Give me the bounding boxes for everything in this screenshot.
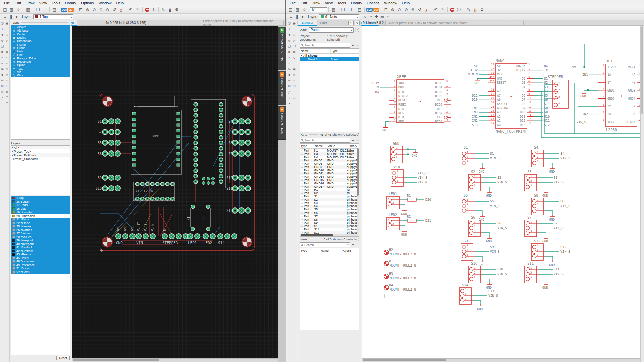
undo-icon[interactable]: ↶ — [128, 7, 134, 13]
tool-0-icon[interactable]: ⓘ — [287, 21, 292, 25]
type-item-line[interactable]: ╱Line — [11, 53, 70, 56]
subtab-browser[interactable]: Browser — [298, 20, 317, 26]
layer-stack-icon[interactable]: ≡ — [3, 14, 8, 19]
tool-8-icon[interactable]: ❏ — [0, 44, 5, 48]
tool-0-icon[interactable]: ⓘ — [0, 21, 5, 25]
tool-29-icon[interactable]: □ — [5, 101, 9, 105]
tool-22-icon[interactable]: ⊞ — [287, 84, 292, 88]
more-options-icon[interactable]: ⋯ — [356, 43, 359, 47]
tool-22-icon[interactable]: ⊞ — [0, 84, 5, 88]
tool-23-icon[interactable]: ⊟ — [292, 84, 297, 88]
layer-preset-item[interactable]: <Preset_Bottom> — [11, 153, 70, 157]
mount-hole[interactable] — [242, 237, 252, 247]
tool-29-icon[interactable]: ! — [292, 101, 297, 105]
menu-edit[interactable]: Edit — [298, 1, 309, 5]
schematic-hscrollbar[interactable] — [362, 358, 641, 362]
parts-vscrollbar[interactable] — [357, 148, 359, 234]
tool-18-icon[interactable]: ◆ — [0, 73, 5, 77]
type-item-via[interactable]: ◎Via — [11, 70, 70, 74]
part-row[interactable]: ▱PartS10pinhead — [300, 224, 359, 228]
zoom-in-icon[interactable]: ⊕ — [85, 7, 91, 13]
board[interactable]: GNDGNDGNDGNDVINVinSTVinSVinNSTEPPERBLED1… — [96, 94, 254, 252]
zoom-redraw-icon[interactable]: ⊚ — [410, 7, 416, 13]
more-options-icon[interactable]: ⋯ — [356, 138, 359, 142]
part-row[interactable]: ▱PartH3MOUNT-HOLE2.8holes — [300, 152, 359, 156]
xbee-module[interactable]: XBEE — [131, 96, 181, 175]
part-row[interactable]: ▱PartGND6GNDsupply1 — [300, 162, 359, 165]
layer-item-52[interactable]: 52 bDocu — [11, 270, 70, 274]
paste-board-icon[interactable]: ❐ — [42, 7, 48, 13]
tool-7-icon[interactable]: ⇄ — [292, 39, 297, 43]
grid-icon[interactable]: ⣿ — [472, 7, 478, 13]
part-row[interactable]: ▱PartS9pinhead — [300, 221, 359, 225]
sheet-row[interactable]: Sheet 1/1Sheet — [300, 57, 359, 61]
info-icon[interactable]: ⓘ — [456, 7, 462, 13]
type-item-polygon-edge[interactable]: ◆Polygon Edge — [11, 57, 70, 60]
tool-11-icon[interactable]: ⚙ — [5, 50, 9, 54]
tool-28-icon[interactable]: ○ — [0, 101, 5, 105]
tool-18-icon[interactable]: ◆ — [287, 73, 292, 77]
part-row[interactable]: ▱PartGND10GNDsupply1 — [300, 169, 359, 172]
part-row[interactable]: ▱PartGND7GNDsupply1 — [300, 165, 359, 169]
column-name[interactable]: Name — [320, 248, 341, 253]
layer-preset-item[interactable]: <Preset_Standard> — [11, 157, 70, 161]
column-value[interactable]: Value — [327, 144, 347, 148]
part-row[interactable]: ▱PartS6pinhead — [300, 211, 359, 215]
tool-20-icon[interactable]: ✂ — [0, 78, 5, 82]
junction-icon[interactable]: ✚ — [374, 14, 379, 19]
grid-icon[interactable]: ⣿ — [167, 7, 173, 13]
label-icon[interactable]: ▭ — [380, 14, 385, 19]
part-row[interactable]: ▱PartGND17GNDsupply1 — [300, 185, 359, 188]
part-row[interactable]: ▱PartGND16GNDsupply1 — [300, 182, 359, 185]
zoom-select-icon[interactable]: ⊙ — [98, 7, 104, 13]
zoom-fit-icon[interactable]: ⊡ — [78, 7, 84, 13]
menu-edit[interactable]: Edit — [12, 1, 23, 5]
side-tab-fusion-360[interactable]: FFUSION 360 — [278, 71, 286, 105]
part-row[interactable]: ▱PartS4pinhead — [300, 205, 359, 208]
type-item-text[interactable]: AText — [11, 67, 70, 70]
layer-selector[interactable]: 91 Nets▾ — [319, 14, 359, 19]
tool-7-icon[interactable]: ⇄ — [5, 39, 9, 43]
part-row[interactable]: ▱PartGND14GNDsupply1 — [300, 175, 359, 178]
tool-25-icon[interactable]: ⌒ — [292, 90, 297, 94]
part-row[interactable]: ▱PartS7pinhead — [300, 215, 359, 218]
tool-4-icon[interactable]: ✚ — [0, 33, 5, 37]
type-item-airwire[interactable]: ⌁Airwire — [11, 25, 70, 29]
stop-icon[interactable] — [450, 8, 454, 12]
list-options-icon[interactable]: ≡ — [352, 138, 354, 142]
pointer-select-icon[interactable]: ↖ — [348, 21, 354, 25]
tool-8-icon[interactable]: ❏ — [287, 44, 292, 48]
design-pencil-icon[interactable]: ✎ — [160, 7, 166, 13]
grid-settings-icon[interactable]: ⣿ — [294, 14, 299, 19]
part-row[interactable]: ▱PartS1pinhead — [300, 195, 359, 198]
board-canvas[interactable]: GNDGNDGNDGNDVINVinSTVinSVinNSTEPPERBLED1… — [72, 26, 278, 362]
layer-item-28[interactable]: 28 bValues — [11, 235, 70, 239]
stop-icon[interactable] — [145, 8, 149, 12]
column-parent[interactable]: Parent — [341, 248, 359, 253]
open-icon[interactable]: ◱ — [2, 7, 8, 13]
part-row[interactable]: ▱PartR1rcl — [300, 188, 359, 192]
type-item-device[interactable]: ▣Device — [11, 36, 70, 39]
layer-item-27[interactable]: 27 tValues — [11, 232, 70, 235]
bus-icon[interactable]: ≈ — [368, 14, 373, 19]
layer-selector[interactable]: 1 Top▾ — [33, 14, 73, 19]
tool-17-icon[interactable]: ◉ — [292, 67, 297, 71]
tool-6-icon[interactable]: ↺ — [287, 39, 292, 43]
open-icon[interactable]: ◱ — [288, 7, 294, 13]
layer-item-49[interactable]: 49 Reference — [11, 263, 70, 267]
layer-item-17[interactable]: 17 Pads — [11, 203, 70, 207]
type-item-frame[interactable]: ▭Frame — [11, 43, 70, 46]
close-x-icon[interactable]: χ — [118, 7, 124, 13]
tool-15-icon[interactable]: ≈ — [5, 61, 9, 65]
close-x-icon[interactable]: χ — [423, 7, 429, 13]
layer-item-48[interactable]: 48 Document — [11, 260, 70, 263]
tool-20-icon[interactable]: ✂ — [287, 78, 292, 82]
tool-14-icon[interactable]: ∿ — [0, 61, 5, 65]
undo-icon[interactable]: ↶ — [433, 7, 439, 13]
layer-stack-icon[interactable]: ≡ — [288, 14, 293, 19]
column-name[interactable]: Name — [300, 49, 331, 53]
print-icon[interactable]: ⎙ — [301, 7, 307, 13]
layer-item-1[interactable]: 1 Top — [11, 196, 70, 200]
tool-13-icon[interactable]: ∿ — [292, 56, 297, 60]
scr-badge[interactable]: SCR — [366, 8, 373, 12]
